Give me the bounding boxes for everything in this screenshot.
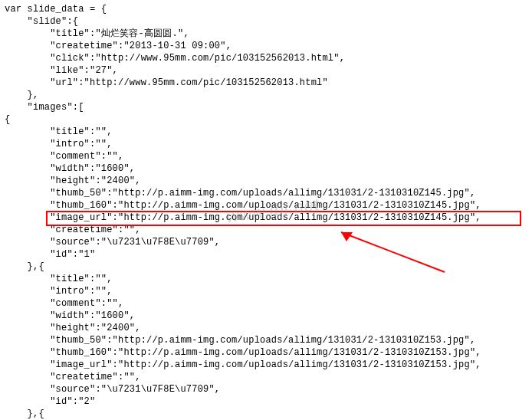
code-line: },{ bbox=[5, 409, 44, 419]
code-line: "url":"http://www.95mm.com/pic/103152562… bbox=[5, 77, 328, 88]
code-line: "thumb_160":"http://p.aimm-img.com/uploa… bbox=[5, 347, 481, 358]
code-line: "height":"2400", bbox=[5, 323, 141, 333]
code-line: "createtime":"2013-10-31 09:00", bbox=[5, 41, 232, 51]
code-line: "comment":"", bbox=[5, 151, 123, 162]
code-line: "intro":"", bbox=[5, 139, 113, 149]
code-line: "comment":"", bbox=[5, 298, 123, 309]
code-line: "source":"\u7231\u7F8E\u7709", bbox=[5, 237, 220, 248]
code-line: "image_url":"http://p.aimm-img.com/uploa… bbox=[5, 359, 481, 370]
code-line: "slide":{ bbox=[5, 16, 78, 27]
code-line: "title":"灿烂笑容-高圆圆.", bbox=[5, 28, 189, 39]
code-line: "thumb_50":"http://p.aimm-img.com/upload… bbox=[5, 188, 475, 199]
code-line: "createtime":"", bbox=[5, 372, 141, 382]
code-line: "intro":"", bbox=[5, 286, 113, 297]
code-line: "height":"2400", bbox=[5, 176, 141, 186]
code-line: "images":[ bbox=[5, 102, 84, 113]
code-line: "title":"", bbox=[5, 126, 113, 137]
code-line: "id":"1" bbox=[5, 249, 95, 260]
code-line: "thumb_160":"http://p.aimm-img.com/uploa… bbox=[5, 200, 481, 211]
code-line: "image_url":"http://p.aimm-img.com/uploa… bbox=[5, 212, 481, 223]
code-line: },{ bbox=[5, 261, 44, 272]
code-line: "thumb_50":"http://p.aimm-img.com/upload… bbox=[5, 335, 475, 346]
code-line: { bbox=[5, 114, 10, 125]
code-line: "width":"1600", bbox=[5, 310, 135, 321]
code-block: var slide_data = { "slide":{ "title":"灿烂… bbox=[0, 0, 532, 420]
code-line: "source":"\u7231\u7F8E\u7709", bbox=[5, 384, 220, 395]
code-line: "like":"27", bbox=[5, 65, 118, 76]
code-line: "title":"", bbox=[5, 274, 113, 284]
code-line: var slide_data = { bbox=[5, 4, 107, 15]
code-line: "width":"1600", bbox=[5, 163, 135, 174]
code-line: "id":"2" bbox=[5, 396, 95, 407]
code-line: }, bbox=[5, 90, 38, 100]
code-line: "createtime":"", bbox=[5, 225, 141, 235]
code-line: "click":"http://www.95mm.com/pic/1031525… bbox=[5, 53, 345, 64]
